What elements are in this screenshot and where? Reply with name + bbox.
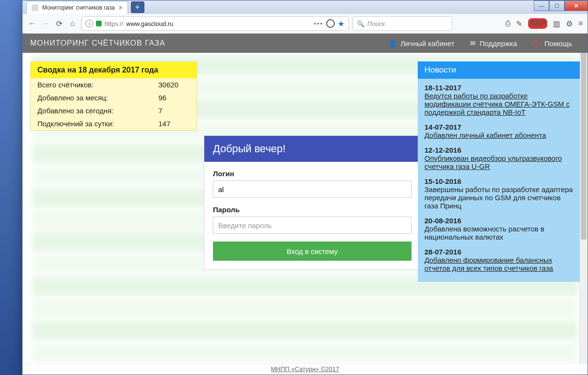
nav-help[interactable]: ❓ Помощь [525,34,580,53]
password-input[interactable] [213,217,412,234]
login-greeting: Добрый вечер! [204,136,420,162]
url-host: www.gascloud.ru [126,20,173,27]
content-area: Сводка на 18 декабря 2017 года Всего счё… [23,53,588,364]
summary-row: Подключений за сутки:147 [31,117,197,130]
home-button[interactable]: ⌂ [68,19,77,28]
summary-value: 7 [152,104,197,117]
news-item: 14-07-2017Добавлен личный кабинет абонен… [424,123,573,139]
address-bar[interactable]: i https://www.gascloud.ru ••• ★ [81,16,349,31]
news-text[interactable]: Добавлен личный кабинет абонента [424,131,573,139]
search-box[interactable]: 🔍 Поиск [353,16,452,31]
news-item: 20-08-2016Добавлена возможность расчетов… [424,217,573,241]
tracking-shield-icon[interactable] [326,19,335,28]
login-label: Логин [213,169,412,178]
news-text[interactable]: Опубликован видеобзор ультразвукового сч… [424,154,573,170]
window-titlebar: Мониторинг счетчиков газа × + — ☐ ✕ [23,0,588,14]
url-scheme: https:// [105,20,123,27]
news-text[interactable]: Ведутся работы по разработке модификации… [424,92,573,116]
desktop-background-left [0,0,22,375]
summary-row: Добавлено за месяц:96 [31,91,197,104]
news-item: 28-07-2016Добавлено формирование балансн… [424,248,573,272]
summary-panel: Сводка на 18 декабря 2017 года Всего счё… [30,61,197,131]
user-icon: 👤 [388,39,397,47]
news-date: 28-07-2016 [424,248,573,256]
page-actions-icon[interactable]: ••• [314,20,323,27]
summary-title: Сводка на 18 декабря 2017 года [31,62,197,78]
summary-label: Добавлено за сегодня: [31,104,152,117]
envelope-icon: ✉ [470,39,476,47]
nav-account[interactable]: 👤 Личный кабинет [381,34,462,53]
news-date: 20-08-2016 [424,217,573,225]
search-placeholder: Поиск [367,20,385,27]
news-panel: Новости 18-11-2017Ведутся работы по разр… [418,61,580,282]
summary-value: 147 [152,117,197,130]
reload-button[interactable]: ⟳ [54,19,64,28]
summary-value: 30620 [152,78,197,91]
news-title: Новости [418,61,580,79]
news-item: 12-12-2016Опубликован видеобзор ультразв… [424,146,573,170]
news-date: 15-10-2016 [424,177,573,185]
tab-close-icon[interactable]: × [118,4,122,12]
bookmark-star-icon[interactable]: ★ [338,19,344,28]
news-item: 18-11-2017Ведутся работы по разработке м… [424,84,573,116]
maximize-button[interactable]: ☐ [549,0,564,11]
edit-icon[interactable]: ✎ [516,19,522,28]
scrollbar-thumb[interactable] [581,53,587,240]
news-text[interactable]: Добавлено формирование балансных отчетов… [424,256,573,272]
summary-label: Подключений за сутки: [31,117,152,130]
lock-icon [96,21,102,26]
site-info-icon[interactable]: i [85,20,93,27]
help-icon: ❓ [532,39,541,47]
brand-title: МОНИТОРИНГ СЧЁТЧИКОВ ГАЗА [30,39,165,48]
login-submit-button[interactable]: Вход в систему [213,242,412,261]
nav-support-label: Поддержка [480,39,517,48]
summary-value: 96 [152,91,197,104]
minimize-button[interactable]: — [534,0,549,11]
login-input[interactable] [213,181,412,198]
tab-title: Мониторинг счетчиков газа [42,4,115,11]
news-date: 12-12-2016 [424,146,573,154]
news-date: 14-07-2017 [424,123,573,131]
page-footer[interactable]: МНПП «Сатурн» ©2017 [23,363,588,375]
new-tab-button[interactable]: + [131,1,144,13]
browser-tab[interactable]: Мониторинг счетчиков газа × [26,1,128,14]
summary-table: Всего счётчиков:30620 Добавлено за месяц… [31,78,197,130]
nav-account-label: Личный кабинет [400,39,455,48]
back-button[interactable]: ← [27,19,37,28]
summary-label: Добавлено за месяц: [31,91,152,104]
extension-icon[interactable]: ⚙ [566,19,573,28]
browser-window: Мониторинг счетчиков газа × + — ☐ ✕ ← → … [22,0,588,375]
window-buttons: — ☐ ✕ [534,0,588,14]
news-text: Завершены работы по разработке адаптера … [424,185,573,210]
login-panel: Добрый вечер! Логин Пароль Вход в систем… [204,135,421,270]
browser-toolbar: ← → ⟳ ⌂ i https://www.gascloud.ru ••• ★ … [23,14,588,34]
news-item: 15-10-2016Завершены работы по разработке… [424,177,573,210]
summary-row: Добавлено за сегодня:7 [31,104,197,117]
summary-label: Всего счётчиков: [31,78,152,91]
library-icon[interactable]: ⎙ [506,19,510,28]
menu-icon[interactable]: ≡ [578,19,583,28]
close-window-button[interactable]: ✕ [564,0,588,11]
toolbar-right-icons: ⎙ ✎ ABP ▥ ⚙ ≡ [506,18,583,29]
tab-strip: Мониторинг счетчиков газа × + [23,0,534,14]
favicon-icon [32,4,38,11]
page-content: МОНИТОРИНГ СЧЁТЧИКОВ ГАЗА 👤 Личный кабин… [23,34,588,375]
search-icon: 🔍 [357,20,365,27]
nav-support[interactable]: ✉ Поддержка [462,34,525,53]
footer-text: МНПП «Сатурн» ©2017 [271,365,339,373]
vertical-scrollbar[interactable] [579,53,588,364]
nav-help-label: Помощь [544,39,572,48]
site-navbar: МОНИТОРИНГ СЧЁТЧИКОВ ГАЗА 👤 Личный кабин… [23,34,588,53]
password-label: Пароль [213,206,412,214]
sidebar-icon[interactable]: ▥ [553,19,560,28]
abp-icon[interactable]: ABP [528,18,547,29]
forward-button[interactable]: → [41,19,50,28]
summary-row: Всего счётчиков:30620 [31,78,197,91]
news-text: Добавлена возможность расчетов в национа… [424,225,573,241]
news-date: 18-11-2017 [424,84,573,92]
